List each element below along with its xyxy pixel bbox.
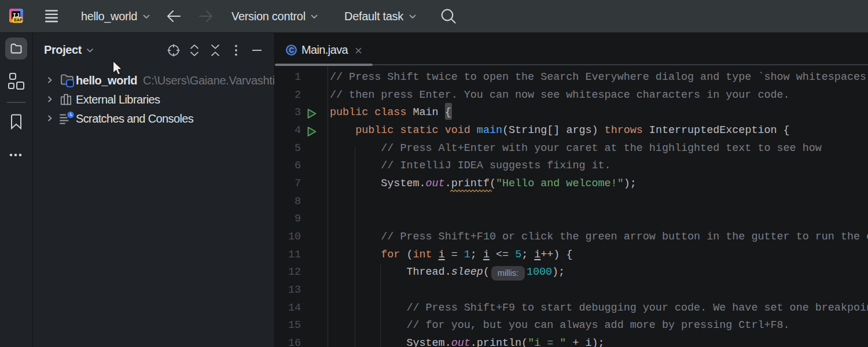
svg-text:EAP: EAP [14, 18, 23, 22]
svg-text:C: C [289, 46, 295, 54]
